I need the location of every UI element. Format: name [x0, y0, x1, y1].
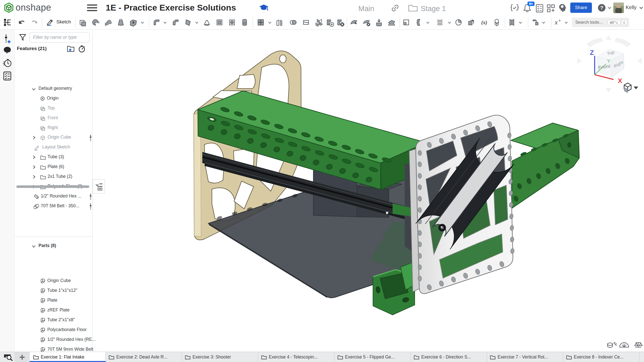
- svg-text:+: +: [558, 18, 561, 23]
- svg-text:Y: Y: [607, 58, 611, 64]
- svg-text:X: X: [618, 77, 622, 85]
- svg-text:(x): (x): [481, 20, 487, 25]
- svg-text:Z: Z: [590, 49, 594, 56]
- svg-text:x: x: [554, 19, 558, 26]
- svg-text:?: ?: [600, 5, 603, 11]
